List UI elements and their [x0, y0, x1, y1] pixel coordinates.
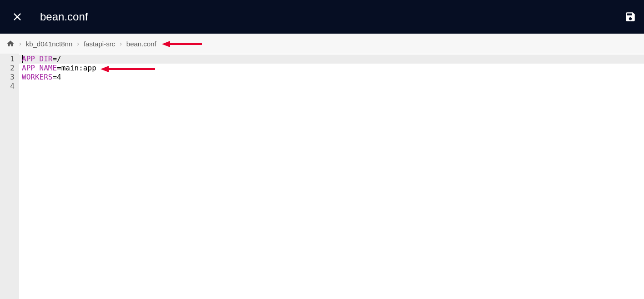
chevron-right-icon: ›	[120, 40, 122, 47]
chevron-right-icon: ›	[77, 40, 79, 47]
code-line[interactable]: APP_DIR=/	[19, 55, 644, 64]
line-number: 2	[0, 64, 19, 73]
conf-val: main:app	[61, 64, 96, 72]
code-line[interactable]	[22, 82, 644, 91]
line-number-gutter: 1 2 3 4	[0, 54, 19, 299]
breadcrumb-item-0[interactable]: kb_d041nct8nn	[26, 40, 73, 48]
breadcrumb-item-1[interactable]: fastapi-src	[84, 40, 115, 48]
breadcrumb-item-2[interactable]: bean.conf	[126, 40, 156, 48]
line-number: 4	[0, 82, 19, 91]
conf-val: 4	[57, 73, 61, 81]
header-bar: bean.conf	[0, 0, 644, 34]
code-content[interactable]: APP_DIR=/ APP_NAME=main:app WORKERS=4	[19, 54, 644, 299]
conf-key: APP_NAME	[22, 64, 57, 72]
save-icon[interactable]	[624, 10, 637, 23]
code-editor[interactable]: 1 2 3 4 APP_DIR=/ APP_NAME=main:app WORK…	[0, 54, 644, 299]
close-icon[interactable]	[11, 10, 24, 23]
breadcrumb-bar: › kb_d041nct8nn › fastapi-src › bean.con…	[0, 34, 644, 54]
conf-eq: =	[57, 64, 61, 72]
conf-key: APP_DIR	[22, 55, 52, 63]
breadcrumb: › kb_d041nct8nn › fastapi-src › bean.con…	[6, 40, 156, 48]
line-number: 1	[0, 55, 19, 64]
home-icon[interactable]	[6, 40, 15, 48]
conf-eq: =	[52, 55, 57, 63]
header-left: bean.conf	[11, 10, 88, 23]
conf-val: /	[57, 55, 61, 63]
conf-key: WORKERS	[22, 73, 52, 81]
page-title: bean.conf	[40, 10, 88, 23]
conf-eq: =	[52, 73, 57, 81]
line-number: 3	[0, 73, 19, 82]
code-line[interactable]: APP_NAME=main:app	[22, 64, 644, 73]
chevron-right-icon: ›	[19, 40, 21, 47]
code-line[interactable]: WORKERS=4	[22, 73, 644, 82]
